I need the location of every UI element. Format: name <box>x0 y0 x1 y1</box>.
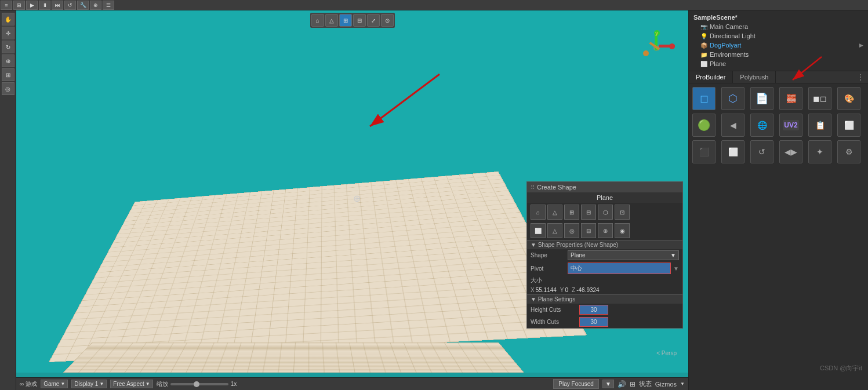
tab-bar: ProBuilder Polybrush ⋮ <box>689 71 868 83</box>
shape-icon-torus[interactable]: ◉ <box>615 223 630 238</box>
toolbar-btn-add[interactable]: ⊕ <box>90 1 101 10</box>
dog-arrow: ▶ <box>859 42 863 48</box>
toolbar-btn-play[interactable]: ▶ <box>26 1 38 10</box>
pb-btn-material[interactable]: 📄 <box>750 87 773 110</box>
hierarchy-item-env[interactable]: 📁 Environments <box>689 50 868 59</box>
pivot-dropdown[interactable]: 中心 <box>568 263 671 274</box>
pb-btn-uv[interactable]: 🧱 <box>779 87 802 110</box>
hierarchy-item-dog[interactable]: 📦 DogPolyart ▶ <box>689 41 868 50</box>
pb-btn-new-object[interactable]: ◻ <box>692 87 716 110</box>
main-layout: ✋ ✛ ↻ ⊕ ⊞ ◎ ⊕ <box>0 10 868 390</box>
display-dropdown[interactable]: Display 1 ▼ <box>71 380 107 388</box>
play-focused-button[interactable]: Play Focused <box>553 379 599 389</box>
gizmo-y-label: y <box>655 30 658 36</box>
pb-btn-booleans[interactable]: ⬛ <box>692 140 716 163</box>
plane-settings-header: ▼ Plane Settings <box>527 294 682 304</box>
tab-polybrush[interactable]: Polybrush <box>733 71 776 83</box>
scene-toolbar: ⌂ △ ⊞ ⊟ ⤢ ⊙ <box>310 13 395 28</box>
shape-icon-box[interactable]: ⊞ <box>564 205 579 220</box>
pb-btn-smooth[interactable]: ⬡ <box>721 87 744 110</box>
shape-icon-house[interactable]: ⌂ <box>531 205 546 220</box>
toolbar-btn-layers[interactable]: ☰ <box>103 1 114 10</box>
env-label: Environments <box>710 51 749 58</box>
gizmos-arrow[interactable]: ▼ <box>680 381 685 387</box>
shape-icon-tri[interactable]: △ <box>547 205 562 220</box>
toolbar-btn-step[interactable]: ⏭ <box>52 1 63 10</box>
height-cuts-row: Height Cuts 30 <box>527 304 682 316</box>
pb-btn-resize[interactable]: ◀▶ <box>779 140 802 163</box>
tool-rotate[interactable]: ↻ <box>2 41 14 53</box>
grid-icon[interactable]: ⊞ <box>630 380 635 388</box>
env-icon: 📁 <box>700 52 707 58</box>
shape-icon-cyl[interactable]: ⊡ <box>615 205 630 220</box>
shape-icons-row-1: ⌂ △ ⊞ ⊟ ⬡ ⊡ <box>527 203 682 221</box>
toolbar-btn-menu[interactable]: ≡ <box>1 1 12 10</box>
pb-btn-subdivide[interactable]: 🌐 <box>750 114 773 137</box>
pb-btn-vertex-color[interactable]: 🎨 <box>837 87 860 110</box>
pivot-label: Pivot <box>531 265 565 272</box>
shape-dropdown[interactable]: Plane ▼ <box>568 250 679 260</box>
shape-icon-circ[interactable]: ◎ <box>564 223 579 238</box>
pb-btn-mirror[interactable]: ◀ <box>721 114 744 137</box>
pb-btn-gear[interactable]: ⚙ <box>837 140 860 163</box>
camera-icon: 📷 <box>700 24 707 30</box>
pb-btn-export[interactable]: 📋 <box>808 114 831 137</box>
pb-red-arrow <box>787 54 833 89</box>
aspect-dropdown[interactable]: Free Aspect ▼ <box>110 380 152 388</box>
game-dropdown[interactable]: Game ▼ <box>41 380 68 388</box>
play-focused-dropdown[interactable]: ▼ <box>602 380 614 388</box>
pb-btn-shape[interactable]: 🟢 <box>692 114 716 137</box>
tool-scale[interactable]: ⊕ <box>2 54 14 67</box>
pb-btn-checkers[interactable]: ◼◻ <box>808 87 831 110</box>
hierarchy-item-camera[interactable]: 📷 Main Camera <box>689 22 868 31</box>
toolbar-btn-wrench[interactable]: 🔧 <box>77 1 89 10</box>
shape-icon-stairs[interactable]: ⊕ <box>598 223 613 238</box>
scene-tool-minus[interactable]: ⊟ <box>353 14 366 27</box>
toolbar-btn-undo[interactable]: ↺ <box>64 1 76 10</box>
scene-tool-triangle[interactable]: △ <box>325 14 338 27</box>
zoom-track[interactable] <box>170 383 228 385</box>
tool-hand[interactable]: ✋ <box>2 13 14 25</box>
pb-toolbar-row1: ◻ ⬡ 📄 🧱 ◼◻ 🎨 <box>692 87 865 110</box>
game-label: 游戏 <box>26 380 37 388</box>
tool-rect[interactable]: ⊞ <box>2 68 14 81</box>
scene-tool-circle[interactable]: ⊙ <box>381 14 394 27</box>
scene-tool-expand[interactable]: ⤢ <box>367 14 380 27</box>
zoom-slider: 缩放 1x <box>157 380 237 388</box>
plane-icon: ⬜ <box>700 61 707 67</box>
shape-icon-rect[interactable]: ⊟ <box>581 223 596 238</box>
toolbar-btn-pause[interactable]: ⏸ <box>39 1 50 10</box>
audio-icon[interactable]: 🔊 <box>618 380 626 388</box>
tool-move[interactable]: ✛ <box>2 27 14 39</box>
pb-toolbar-row2: 🟢 ◀ 🌐 UV2 📋 ⬜ <box>692 114 865 137</box>
scene-plane <box>49 172 587 362</box>
width-cuts-row: Width Cuts 30 <box>527 316 682 328</box>
tab-probuilder[interactable]: ProBuilder <box>689 71 733 83</box>
tool-transform[interactable]: ◎ <box>2 82 14 95</box>
pb-btn-uv2[interactable]: UV2 <box>779 114 802 137</box>
scene-tool-box[interactable]: ⊞ <box>339 14 352 27</box>
hierarchy-item-plane[interactable]: ⬜ Plane <box>689 59 868 68</box>
scene-viewport[interactable]: ⊕ ⌂ △ ⊞ ⊟ ⤢ ⊙ <box>16 10 688 373</box>
shape-icons-row-2: ⬜ △ ◎ ⊟ ⊕ ◉ <box>527 221 682 240</box>
pb-btn-cut[interactable]: ⬜ <box>721 140 744 163</box>
hierarchy-item-light[interactable]: 💡 Directional Light <box>689 31 868 41</box>
size-row-label: 大小 <box>527 275 682 286</box>
scene-tool-persp[interactable]: ⌂ <box>311 14 324 27</box>
shape-icon-sq[interactable]: ⬜ <box>531 223 546 238</box>
gizmos-label[interactable]: Gizmos <box>655 381 677 388</box>
pb-btn-vertex[interactable]: ✦ <box>808 140 831 163</box>
pb-btn-flip[interactable]: ↺ <box>750 140 773 163</box>
height-cuts-label: Height Cuts <box>531 307 577 313</box>
height-cuts-input[interactable]: 30 <box>579 305 608 315</box>
toolbar-btn-grid[interactable]: ⊞ <box>13 1 25 10</box>
pb-btn-settings2[interactable]: ⬜ <box>837 114 860 137</box>
tab-menu-icon[interactable]: ⋮ <box>853 71 868 83</box>
shape-icon-tri2[interactable]: △ <box>547 223 562 238</box>
shape-icon-hex[interactable]: ⬡ <box>598 205 613 220</box>
pivot-field-row: Pivot 中心 ▼ <box>527 261 682 275</box>
width-cuts-input[interactable]: 30 <box>579 317 608 327</box>
annotation-arrow <box>341 68 457 144</box>
shape-icon-box2[interactable]: ⊟ <box>581 205 596 220</box>
zoom-thumb[interactable] <box>194 381 199 387</box>
